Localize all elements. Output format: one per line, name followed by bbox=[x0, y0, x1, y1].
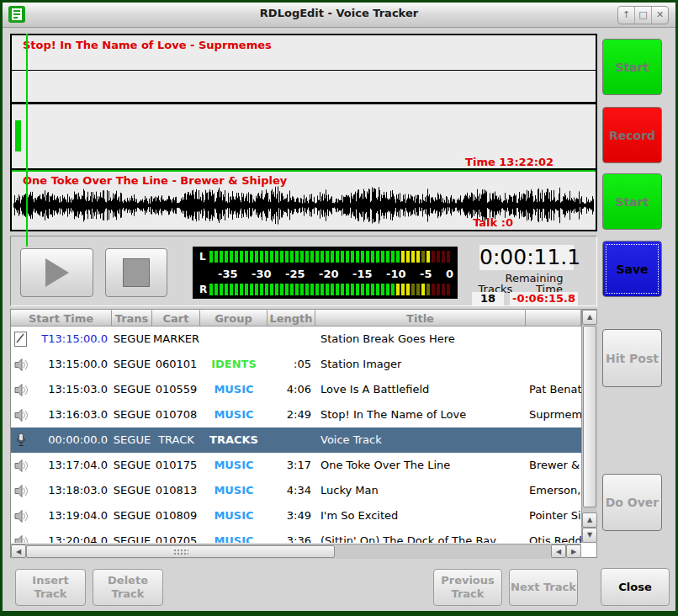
window-title: RDLogEdit - Voice Tracker bbox=[3, 7, 675, 19]
scroll-down-icon[interactable]: ▼ bbox=[582, 528, 597, 543]
save-button[interactable]: Save bbox=[602, 241, 662, 297]
column-header[interactable]: Group bbox=[200, 310, 267, 327]
meter-right bbox=[209, 284, 452, 295]
scroll-up2-icon[interactable]: ▲ bbox=[582, 512, 597, 528]
cell-artist: Pointer Sisters bbox=[526, 503, 581, 528]
cell-title: Station Imager bbox=[315, 352, 526, 377]
scroll-left-icon[interactable]: ◀ bbox=[11, 544, 26, 558]
delete-track-button[interactable]: Delete Track bbox=[93, 569, 163, 606]
cell-length bbox=[267, 427, 315, 453]
previous-track-button[interactable]: Previous Track bbox=[433, 569, 502, 606]
track1-title: Stop! In The Name of Love - Suprmemes bbox=[23, 39, 272, 51]
start-top-button[interactable]: Start bbox=[602, 39, 662, 95]
cell-start-time: 13:20:04.0 bbox=[31, 528, 112, 543]
window: RDLogEdit - Voice Tracker ↑ □ ✕ Stop! In… bbox=[0, 0, 678, 616]
pane-divider-1 bbox=[12, 102, 596, 104]
close-icon[interactable]: ✕ bbox=[651, 7, 668, 24]
meter-scale-tick: -15 bbox=[352, 268, 373, 280]
meter-scale-tick: -25 bbox=[285, 268, 305, 280]
meter-scale-tick: -35 bbox=[218, 268, 238, 280]
cell-trans: SEGUE bbox=[112, 503, 152, 528]
meter-scale-tick: -5 bbox=[420, 268, 432, 280]
column-header[interactable]: Title bbox=[315, 310, 526, 327]
play-button[interactable] bbox=[20, 248, 93, 297]
horizontal-scroll-thumb[interactable] bbox=[26, 545, 335, 558]
hit-post-button[interactable]: Hit Post bbox=[602, 329, 662, 387]
cell-trans: SEGUE bbox=[112, 427, 152, 453]
shade-icon[interactable]: ↑ bbox=[618, 7, 634, 24]
waveform-panel[interactable]: Stop! In The Name of Love - Suprmemes Ti… bbox=[10, 34, 597, 231]
speaker-icon bbox=[11, 377, 31, 402]
column-header[interactable]: Start Time bbox=[11, 310, 112, 327]
segue-marker-line bbox=[12, 170, 596, 172]
cell-length: 3:36 bbox=[267, 528, 315, 543]
scroll-right-icon[interactable]: ▶ bbox=[566, 544, 581, 558]
do-over-button[interactable]: Do Over bbox=[602, 474, 662, 531]
titlebar[interactable]: RDLogEdit - Voice Tracker ↑ □ ✕ bbox=[3, 3, 675, 28]
table-row[interactable]: 13:20:04.0SEGUE010705MUSIC3:36(Sittin' O… bbox=[11, 528, 581, 543]
cell-cart: 060101 bbox=[152, 352, 200, 377]
level-meter: L -35-30-25-20-15-10-50 R bbox=[193, 247, 458, 299]
cell-cart: 010813 bbox=[152, 478, 200, 503]
cell-trans: SEGUE bbox=[112, 352, 152, 377]
cell-start-time: 13:16:03.0 bbox=[31, 402, 112, 427]
table-row[interactable]: 13:15:03.0SEGUE010559MUSIC4:06Love Is A … bbox=[11, 377, 581, 402]
vertical-scrollbar[interactable]: ▲ ▲ ▼ bbox=[581, 310, 597, 543]
cell-group: MUSIC bbox=[200, 402, 267, 427]
elapsed-time: 0:00:11.1 bbox=[479, 245, 574, 270]
playback-cursor bbox=[26, 34, 28, 247]
cell-trans: SEGUE bbox=[112, 453, 152, 478]
table-row[interactable]: 13:17:04.0SEGUE010175MUSIC3:17One Toke O… bbox=[11, 453, 581, 478]
table-row[interactable]: T13:15:00.0SEGUEMARKERStation Break Goes… bbox=[11, 327, 581, 352]
table-row[interactable]: 13:19:04.0SEGUE010809MUSIC3:49I'm So Exc… bbox=[11, 503, 581, 528]
table-row[interactable]: 00:00:00.0SEGUETRACKTRACKSVoice Track bbox=[11, 427, 581, 453]
cell-length: :05 bbox=[267, 352, 315, 377]
cell-cart: MARKER bbox=[152, 327, 200, 352]
cell-group: MUSIC bbox=[200, 478, 267, 503]
speaker-icon bbox=[11, 402, 31, 427]
talk-label: Talk :0 bbox=[473, 216, 513, 229]
table-row[interactable]: 13:15:00.0SEGUE060101IDENTS:05Station Im… bbox=[11, 352, 581, 377]
meter-right-label: R bbox=[199, 284, 209, 295]
table-row[interactable]: 13:16:03.0SEGUE010708MUSIC2:49Stop! In T… bbox=[11, 402, 581, 427]
cell-cart: TRACK bbox=[152, 427, 200, 453]
record-time-label: Time 13:22:02 bbox=[465, 156, 554, 168]
column-header[interactable] bbox=[526, 310, 581, 327]
cell-artist: Brewer & Shipley bbox=[526, 453, 581, 478]
cell-start-time: 13:18:03.0 bbox=[31, 478, 112, 503]
cell-length bbox=[267, 327, 315, 352]
vertical-scroll-thumb[interactable] bbox=[583, 326, 596, 507]
scroll-left2-icon[interactable]: ◀ bbox=[551, 544, 566, 558]
insert-track-button[interactable]: Insert Track bbox=[15, 569, 86, 606]
cell-artist: Suprmemes bbox=[526, 402, 581, 427]
cell-trans: SEGUE bbox=[112, 478, 152, 503]
table-row[interactable]: 13:18:03.0SEGUE010813MUSIC4:34Lucky ManE… bbox=[11, 478, 581, 503]
marker-icon bbox=[11, 327, 31, 352]
meter-scale-tick: -30 bbox=[252, 268, 272, 280]
close-button[interactable]: Close bbox=[601, 568, 670, 606]
scroll-up-icon[interactable]: ▲ bbox=[582, 310, 597, 325]
cell-start-time: 13:19:04.0 bbox=[31, 503, 112, 528]
meter-scale-tick: -20 bbox=[319, 268, 339, 280]
cell-group: TRACKS bbox=[200, 427, 267, 453]
cell-title: Love Is A Battlefield bbox=[315, 377, 526, 402]
maximize-icon[interactable]: □ bbox=[634, 7, 651, 24]
cell-trans: SEGUE bbox=[112, 402, 152, 427]
start-bottom-button[interactable]: Start bbox=[602, 173, 662, 230]
speaker-icon bbox=[11, 503, 31, 528]
next-track-button[interactable]: Next Track bbox=[509, 569, 578, 606]
cell-start-time: T13:15:00.0 bbox=[31, 327, 112, 352]
column-header[interactable]: Length bbox=[267, 310, 315, 327]
cell-artist: Pat Benatar bbox=[526, 377, 581, 402]
speaker-icon bbox=[11, 528, 31, 543]
record-button[interactable]: Record bbox=[602, 107, 662, 163]
cell-start-time: 00:00:00.0 bbox=[31, 427, 112, 453]
cell-start-time: 13:15:00.0 bbox=[31, 352, 112, 377]
column-header[interactable]: Cart bbox=[152, 310, 200, 327]
column-header[interactable]: Trans bbox=[112, 310, 152, 327]
stop-button[interactable] bbox=[105, 248, 167, 297]
cell-group: IDENTS bbox=[200, 352, 267, 377]
horizontal-scrollbar[interactable]: ◀ ◀ ▶ bbox=[11, 544, 581, 559]
meter-scale: -35-30-25-20-15-10-50 bbox=[218, 268, 453, 280]
cell-cart: 010559 bbox=[152, 377, 200, 402]
